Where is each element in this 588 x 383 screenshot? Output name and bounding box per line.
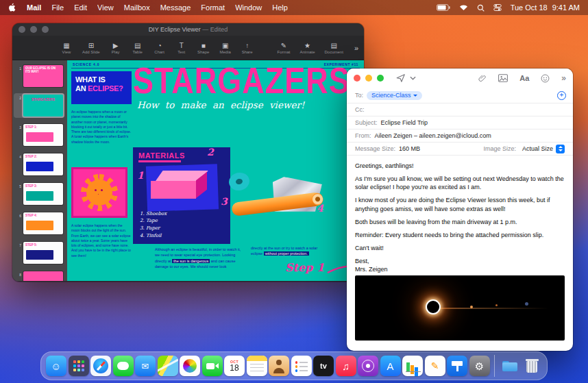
keynote-toolbar-format[interactable]: ✎Format bbox=[277, 42, 290, 54]
keynote-toolbar-shape[interactable]: ■Shape bbox=[197, 42, 210, 54]
media-icon: ▣ bbox=[222, 42, 228, 49]
add-recipient-button[interactable]: + bbox=[557, 91, 566, 100]
what-is-eclipse-box[interactable]: WHAT IS AN ECLIPSE? bbox=[71, 71, 132, 104]
emoji-picker-icon[interactable] bbox=[541, 74, 550, 83]
menu-message[interactable]: Message bbox=[160, 3, 191, 12]
menu-mailbox[interactable]: Mailbox bbox=[124, 3, 150, 12]
dock-icon-photos[interactable] bbox=[180, 356, 200, 376]
toolbar-overflow-icon[interactable]: » bbox=[354, 44, 358, 52]
send-button[interactable] bbox=[396, 73, 406, 83]
keynote-toolbar-view[interactable]: ▦View bbox=[60, 42, 73, 54]
keynote-window-title: DIY Eclipse Viewer — Edited bbox=[12, 26, 364, 33]
menu-edit[interactable]: Edit bbox=[74, 3, 87, 12]
dock-icon-numbers[interactable] bbox=[402, 356, 423, 376]
step-1-annotation[interactable]: Step 1 bbox=[285, 261, 324, 274]
slide-course-label[interactable]: SCIENCE 4.0 bbox=[73, 62, 99, 66]
image-size-value[interactable]: Actual Size bbox=[522, 145, 553, 152]
dock-icon-safari[interactable] bbox=[90, 356, 111, 376]
keynote-toolbar-text[interactable]: TText bbox=[175, 42, 188, 54]
control-center-icon[interactable] bbox=[493, 3, 502, 12]
slide-title-stargazers[interactable]: STARGAZERS bbox=[133, 60, 350, 102]
slide-thumbnail-7[interactable]: STEP 5: bbox=[23, 242, 63, 264]
slide-thumbnail-5[interactable]: STEP 3: bbox=[23, 183, 63, 205]
subject-field[interactable]: Subject: Eclipse Field Trip bbox=[347, 116, 573, 129]
from-label: From: bbox=[355, 132, 371, 139]
message-body-editor[interactable]: Greetings, earthlings! As I'm sure you a… bbox=[347, 156, 573, 345]
caution-paragraph-left[interactable]: Although an eclipse is beautiful, in ord… bbox=[155, 247, 245, 269]
materials-box[interactable]: MATERIALS 1. Shoebox 2. Tape 3. Paper 4.… bbox=[133, 147, 230, 244]
format-text-button[interactable]: Aa bbox=[519, 74, 529, 82]
slide-canvas: SCIENCE 4.0 EXPERIMENT #11 WHAT IS AN EC… bbox=[67, 60, 364, 281]
slide-thumbnail-1[interactable]: OUR ECLIPSE IS ON ITS WAY! bbox=[23, 65, 63, 87]
dock-icon-downloads-folder[interactable] bbox=[500, 356, 520, 376]
keynote-toolbar-add-slide[interactable]: ⊞Add Slide bbox=[82, 42, 100, 54]
dock-icon-launchpad[interactable] bbox=[69, 356, 89, 376]
from-field[interactable]: From: Aileen Zeigen – aileen.zeigen@iclo… bbox=[347, 129, 573, 143]
to-field[interactable]: To: Science-Class + bbox=[347, 88, 573, 103]
dock-icon-messages[interactable] bbox=[113, 356, 134, 376]
spotlight-search-icon[interactable] bbox=[477, 4, 485, 12]
dock-icon-app-store[interactable]: A bbox=[380, 356, 401, 376]
materials-title: MATERIALS bbox=[138, 151, 185, 160]
eclipse-paragraph-2[interactable]: A solar eclipse happens when the moon bl… bbox=[71, 223, 132, 258]
keynote-toolbar-play[interactable]: ▶Play bbox=[110, 42, 122, 54]
dock-icon-podcasts[interactable] bbox=[358, 356, 378, 376]
dock-icon-pages[interactable]: ✎ bbox=[425, 356, 445, 376]
menu-file[interactable]: File bbox=[51, 3, 64, 12]
menu-bar-clock[interactable]: Tue Oct 18 9:41 AM bbox=[511, 3, 580, 12]
cc-field[interactable]: Cc: bbox=[347, 103, 573, 116]
menu-view[interactable]: View bbox=[97, 3, 114, 12]
minimize-button[interactable] bbox=[365, 75, 372, 82]
wifi-icon[interactable] bbox=[459, 4, 468, 11]
keynote-toolbar-media[interactable]: ▣Media bbox=[219, 42, 232, 54]
slide-thumbnail-3[interactable]: STEP 1: bbox=[23, 124, 63, 146]
dock-icon-mail[interactable]: ✉ bbox=[135, 356, 156, 376]
battery-icon[interactable] bbox=[437, 4, 450, 11]
dock-icon-reminders[interactable] bbox=[291, 356, 312, 376]
attach-file-icon[interactable] bbox=[478, 74, 487, 83]
recipient-token[interactable]: Science-Class bbox=[367, 91, 422, 100]
dock-icon-calendar[interactable]: OCT 18 bbox=[224, 356, 245, 376]
active-app-menu[interactable]: Mail bbox=[27, 3, 41, 12]
mail-title-bar[interactable]: Aa » bbox=[347, 69, 573, 88]
cc-label: Cc: bbox=[355, 106, 365, 113]
keynote-title-bar[interactable]: DIY Eclipse Viewer — Edited bbox=[12, 23, 364, 36]
apple-menu-icon[interactable] bbox=[8, 3, 16, 12]
keynote-toolbar-document[interactable]: ▤Document bbox=[325, 42, 343, 54]
insert-photo-icon[interactable] bbox=[498, 74, 508, 82]
close-button[interactable] bbox=[354, 75, 360, 82]
send-options-chevron-icon[interactable] bbox=[410, 76, 416, 80]
sun-illustration[interactable] bbox=[71, 167, 127, 218]
dock-icon-trash[interactable] bbox=[522, 356, 542, 376]
dock-icon-notes[interactable] bbox=[247, 356, 267, 376]
attachment-eclipse-photo[interactable] bbox=[355, 275, 565, 341]
keynote-toolbar-share[interactable]: ↑Share bbox=[241, 42, 254, 54]
dock-icon-maps[interactable] bbox=[158, 356, 178, 376]
zoom-button[interactable] bbox=[377, 75, 384, 82]
slide-subtitle[interactable]: How to make an eclipse viewer! bbox=[137, 99, 304, 110]
keynote-toolbar-chart[interactable]: ◔Chart bbox=[154, 42, 166, 54]
dock-icon-contacts[interactable] bbox=[269, 356, 289, 376]
keynote-toolbar-table[interactable]: ▤Table bbox=[132, 42, 144, 54]
dock-icon-finder[interactable]: ☺ bbox=[46, 356, 66, 376]
eclipse-paragraph-1[interactable]: An eclipse happens when a moon or planet… bbox=[71, 110, 132, 145]
dock-icon-keynote[interactable] bbox=[447, 356, 467, 376]
slide-thumbnail-row-7: 7 STEP 5: bbox=[14, 240, 64, 265]
dock-icon-tv[interactable]: tv bbox=[313, 356, 334, 376]
keynote-toolbar-animate[interactable]: ★Animate bbox=[300, 42, 315, 54]
slide-thumbnail-4[interactable]: STEP 2: bbox=[23, 153, 63, 175]
slide-thumbnail-6[interactable]: STEP 4: bbox=[23, 212, 63, 234]
slide-thumbnail-2[interactable]: STARGAZERS bbox=[23, 95, 63, 116]
dock-icon-facetime[interactable] bbox=[202, 356, 223, 376]
menu-window[interactable]: Window bbox=[235, 3, 262, 12]
dock-icon-system-settings[interactable]: ⚙ bbox=[469, 356, 490, 376]
highlight-proper-protection: without proper protection. bbox=[264, 251, 309, 256]
tape-illustration[interactable] bbox=[228, 171, 252, 193]
menu-help[interactable]: Help bbox=[272, 3, 288, 12]
menu-format[interactable]: Format bbox=[201, 3, 225, 12]
dock-icon-music[interactable]: ♫ bbox=[336, 356, 356, 376]
image-size-popup-button[interactable] bbox=[556, 145, 565, 153]
slide-thumbnail-8[interactable] bbox=[23, 271, 63, 281]
toolbar-overflow-icon[interactable]: » bbox=[561, 73, 566, 83]
caution-paragraph-right[interactable]: directly at the sun or try to watch a so… bbox=[251, 245, 323, 257]
